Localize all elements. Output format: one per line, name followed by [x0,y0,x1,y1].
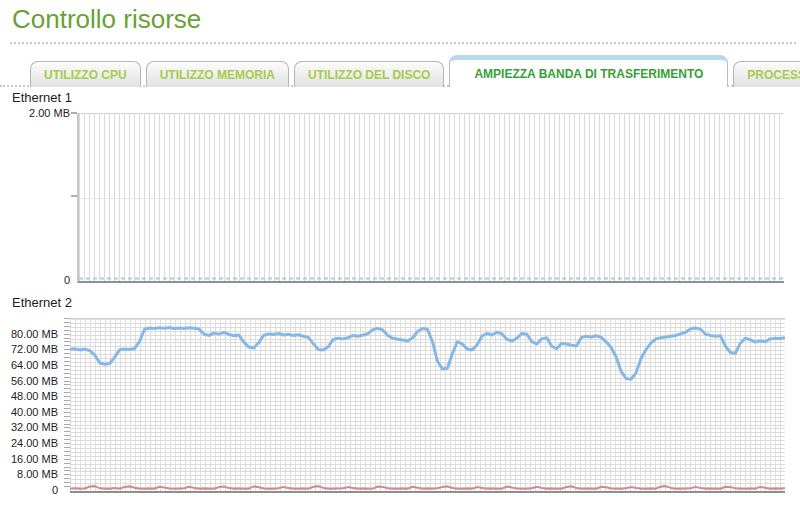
ytick-label: 32.00 MB [11,421,58,433]
ytick-label: 16.00 MB [11,453,58,465]
tab-utilizzo-del-disco[interactable]: UTILIZZO DEL DISCO [294,61,444,87]
ytick-label: 2.00 MB [29,107,70,119]
ethernet1-chart-title: Ethernet 1 [12,90,72,105]
tab-bar: UTILIZZO CPU UTILIZZO MEMORIA UTILIZZO D… [30,55,800,87]
ethernet1-chart [77,113,784,283]
chart-series-layer [70,319,785,491]
page-title: Controllo risorse [12,4,201,35]
ethernet2-yaxis-labels: 80.00 MB72.00 MB64.00 MB56.00 MB48.00 MB… [0,318,58,490]
ytick-label: 48.00 MB [11,390,58,402]
tab-utilizzo-memoria[interactable]: UTILIZZO MEMORIA [146,61,289,87]
ytick-label: 0 [52,484,58,496]
tab-ampiezza-banda-di-trasferimento[interactable]: AMPIEZZA BANDA DI TRASFERIMENTO [449,55,728,87]
resource-monitor-window: Controllo risorse UTILIZZO CPU UTILIZZO … [0,0,800,505]
ytick-label: 72.00 MB [11,343,58,355]
ytick-label: 80.00 MB [11,328,58,340]
ethernet2-secondary-traffic-line [70,486,785,489]
ethernet2-chart [70,318,785,493]
ethernet2-total-traffic-line [70,328,785,380]
tab-processo[interactable]: PROCESSO [733,61,800,87]
ytick-label: 0 [64,274,70,286]
ytick-label: 56.00 MB [11,375,58,387]
tab-utilizzo-cpu[interactable]: UTILIZZO CPU [30,61,141,87]
ytick-label: 24.00 MB [11,437,58,449]
ytick-label: 64.00 MB [11,359,58,371]
chart-series-layer [79,114,784,281]
ethernet1-yaxis-labels: 2.00 MB0 [0,113,70,280]
title-separator [10,42,796,44]
ethernet2-chart-title: Ethernet 2 [12,295,72,310]
ytick-label: 40.00 MB [11,406,58,418]
ytick-label: 8.00 MB [17,468,58,480]
